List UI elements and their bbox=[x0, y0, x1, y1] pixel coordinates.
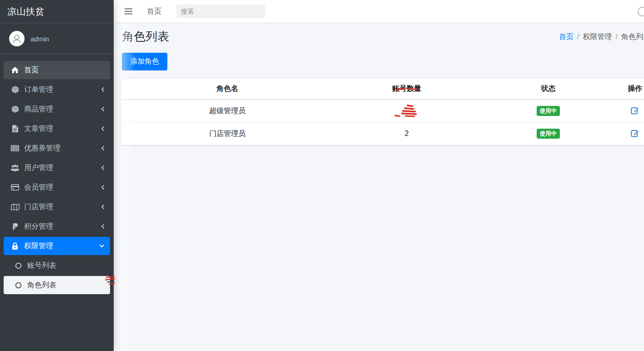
sidebar-item-label: 角色列表 bbox=[27, 281, 106, 290]
content-header: 角色列表 首页/权限管理/角色列表 bbox=[114, 23, 644, 44]
sidebar-item-users[interactable]: 用户管理 bbox=[4, 159, 110, 177]
column-header-account-count: 账号数量 bbox=[334, 79, 480, 100]
clipped-circle-icon[interactable] bbox=[638, 7, 644, 16]
avatar[interactable] bbox=[9, 31, 25, 46]
table-row: 超级管理员 bbox=[121, 100, 644, 122]
home-icon bbox=[8, 66, 22, 74]
sidebar-item-role-list[interactable]: 角色列表 bbox=[4, 276, 110, 294]
chevron-left-icon bbox=[101, 106, 105, 112]
cube-icon bbox=[8, 85, 22, 94]
table-row: 门店管理员 2 使用中 bbox=[121, 122, 644, 145]
account-count-cell: 2 bbox=[334, 122, 480, 145]
sidebar-item-label: 用户管理 bbox=[24, 163, 101, 173]
search-box bbox=[176, 5, 265, 18]
chevron-left-icon bbox=[101, 185, 105, 190]
edit-role-button[interactable] bbox=[630, 105, 640, 117]
users-icon bbox=[8, 165, 22, 171]
circle-icon bbox=[11, 282, 25, 289]
circle-icon bbox=[11, 262, 25, 269]
chevron-left-icon bbox=[101, 145, 105, 151]
add-role-button[interactable]: 添加角色 bbox=[122, 53, 167, 70]
column-header-actions: 操作 bbox=[617, 79, 644, 100]
role-name-cell: 超级管理员 bbox=[121, 100, 334, 122]
chevron-left-icon bbox=[101, 224, 105, 229]
sidebar-item-label: 优惠券管理 bbox=[24, 144, 101, 153]
credit-card-icon bbox=[8, 184, 22, 191]
topbar: 首页 bbox=[114, 0, 644, 23]
sidebar-item-products[interactable]: 商品管理 bbox=[4, 100, 110, 118]
table-header-row: 角色名 账号数量 状态 操作 bbox=[121, 79, 644, 100]
user-name[interactable]: admin bbox=[30, 35, 49, 43]
status-cell: 使用中 bbox=[480, 100, 617, 122]
red-scribble-annotation bbox=[393, 104, 419, 118]
sidebar-item-label: 权限管理 bbox=[24, 241, 99, 251]
edit-icon bbox=[631, 129, 639, 137]
breadcrumb-separator: / bbox=[612, 33, 621, 40]
sidebar-toggle-button[interactable] bbox=[125, 8, 132, 15]
edit-icon bbox=[631, 106, 639, 115]
sidebar-item-home[interactable]: 首页 bbox=[4, 61, 110, 79]
breadcrumb: 首页/权限管理/角色列表 bbox=[559, 32, 644, 42]
paypal-icon bbox=[8, 223, 22, 231]
sidebar-item-account-list[interactable]: 账号列表 bbox=[4, 256, 110, 275]
chevron-left-icon bbox=[101, 87, 105, 92]
chevron-down-icon bbox=[99, 244, 105, 248]
role-table-card: 角色名 账号数量 状态 操作 超级管理员 bbox=[121, 79, 644, 145]
brand-title[interactable]: 凉山扶贫 bbox=[0, 0, 114, 23]
sidebar-item-points[interactable]: 积分管理 bbox=[4, 217, 110, 236]
sidebar-item-label: 文章管理 bbox=[24, 124, 101, 134]
sidebar-item-label: 门店管理 bbox=[24, 202, 101, 212]
sidebar-item-articles[interactable]: 文章管理 bbox=[4, 120, 110, 138]
hamburger-icon bbox=[125, 8, 132, 15]
sidebar: 凉山扶贫 admin 首页 订单管理 商品管 bbox=[0, 0, 114, 351]
sidebar-item-orders[interactable]: 订单管理 bbox=[4, 80, 110, 99]
sidebar-item-permissions[interactable]: 权限管理 bbox=[4, 237, 110, 255]
sidebar-item-label: 账号列表 bbox=[27, 261, 106, 271]
account-count-cell bbox=[334, 100, 480, 122]
sidebar-item-label: 积分管理 bbox=[24, 222, 101, 231]
sidebar-item-coupons[interactable]: 优惠券管理 bbox=[4, 139, 110, 157]
status-cell: 使用中 bbox=[480, 122, 617, 145]
page-title: 角色列表 bbox=[122, 30, 169, 44]
column-header-status: 状态 bbox=[480, 79, 617, 100]
sidebar-item-label: 会员管理 bbox=[24, 183, 101, 192]
chevron-left-icon bbox=[101, 165, 105, 170]
column-header-label: 账号数量 bbox=[392, 85, 421, 92]
main-area: 首页 角色列表 首页/权限管理/角色列表 添加角色 角色名 账号数量 bbox=[114, 0, 644, 351]
sidebar-item-stores[interactable]: 门店管理 bbox=[4, 198, 110, 216]
sidebar-item-members[interactable]: 会员管理 bbox=[4, 178, 110, 196]
breadcrumb-separator: / bbox=[574, 33, 583, 40]
sidebar-item-label: 订单管理 bbox=[24, 85, 101, 95]
sidebar-item-label: 商品管理 bbox=[24, 105, 101, 114]
breadcrumb-item-role-list: 角色列表 bbox=[621, 33, 644, 40]
user-icon bbox=[11, 33, 23, 45]
cube-icon bbox=[8, 105, 22, 113]
map-icon bbox=[8, 204, 22, 211]
topbar-home-link[interactable]: 首页 bbox=[147, 7, 161, 16]
sidebar-nav: 首页 订单管理 商品管理 文章管理 优 bbox=[0, 54, 114, 299]
status-badge: 使用中 bbox=[537, 106, 560, 116]
column-header-role-name: 角色名 bbox=[121, 79, 334, 100]
sidebar-item-label: 首页 bbox=[24, 65, 106, 75]
breadcrumb-item-permissions: 权限管理 bbox=[583, 33, 612, 40]
user-panel: admin bbox=[0, 23, 114, 54]
breadcrumb-home-link[interactable]: 首页 bbox=[559, 33, 574, 40]
status-badge: 使用中 bbox=[537, 129, 560, 139]
lock-icon bbox=[8, 242, 22, 250]
chevron-left-icon bbox=[101, 204, 105, 210]
barcode-icon bbox=[8, 145, 22, 151]
actions-cell bbox=[617, 122, 644, 145]
search-input[interactable] bbox=[176, 8, 265, 15]
role-table: 角色名 账号数量 状态 操作 超级管理员 bbox=[121, 79, 644, 145]
actions-cell bbox=[617, 100, 644, 122]
role-name-cell: 门店管理员 bbox=[121, 122, 334, 145]
chevron-left-icon bbox=[101, 126, 105, 131]
file-icon bbox=[8, 125, 22, 133]
edit-role-button[interactable] bbox=[630, 128, 640, 140]
